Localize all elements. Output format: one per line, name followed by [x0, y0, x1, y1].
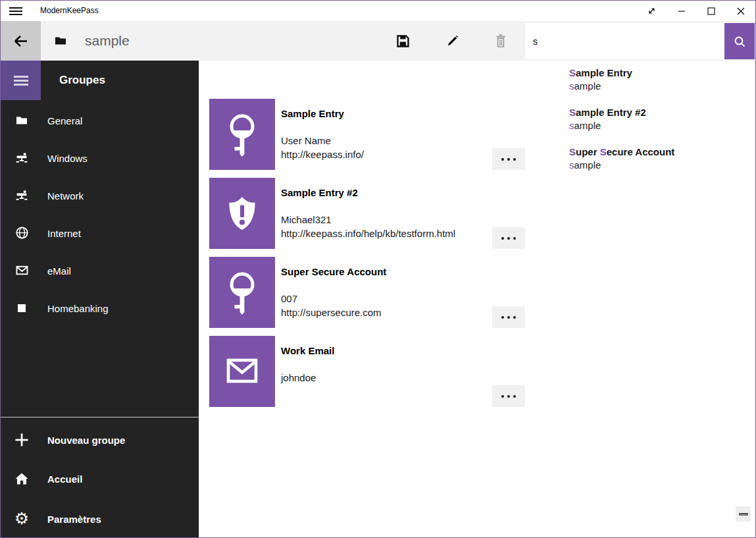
entry-more-button[interactable]	[492, 148, 525, 170]
search-input[interactable]	[525, 23, 724, 59]
entry-more-button[interactable]	[492, 306, 525, 328]
suggestion-item-sample-entry-2[interactable]: Sample Entry #2 sample	[569, 106, 646, 132]
delete-button[interactable]	[485, 25, 517, 57]
save-button[interactable]	[387, 25, 418, 57]
sidebar-item-label: Paramètres	[47, 513, 101, 524]
entry-tile	[209, 178, 275, 249]
entry-title: Work Email	[281, 345, 334, 356]
sidebar-item-label: eMail	[47, 265, 71, 276]
window-title: ModernKeePass	[40, 1, 99, 21]
search-suggestions: Sample Entry sample Sample Entry #2 samp…	[525, 61, 755, 186]
sidebar-item-label: General	[47, 115, 82, 126]
key-icon	[209, 99, 275, 170]
network-icon	[14, 188, 29, 203]
home-button[interactable]: Accueil	[1, 459, 199, 498]
hamburger-icon	[9, 7, 22, 9]
entry-title: Super Secure Account	[281, 266, 386, 277]
entry-url: http://keepass.info/	[281, 148, 364, 161]
entry-title: Sample Entry #2	[281, 187, 358, 198]
suggestion-item-super-secure-account[interactable]: Super Secure Account sample	[569, 146, 674, 172]
ellipsis-icon	[501, 158, 504, 161]
back-arrow-icon	[12, 32, 30, 50]
entry-row-work-email[interactable]: Work Email johndoe	[209, 336, 736, 407]
plus-icon	[14, 433, 29, 447]
hamburger-icon	[14, 80, 28, 82]
fullscreen-button[interactable]	[637, 1, 667, 21]
network-icon	[14, 151, 29, 165]
home-icon	[14, 471, 29, 486]
pencil-icon	[446, 34, 459, 47]
ellipsis-icon	[501, 395, 504, 398]
sidebar-item-label: Network	[47, 190, 84, 201]
minimize-icon	[678, 7, 686, 15]
entry-username: User Name	[281, 134, 364, 148]
envelope-icon	[14, 263, 29, 278]
ellipsis-icon	[501, 316, 504, 319]
hamburger-icon	[9, 14, 22, 15]
magnifier-icon	[733, 35, 746, 48]
minimize-button[interactable]	[667, 1, 696, 21]
sidebar-item-network[interactable]: Network	[1, 176, 199, 214]
titlebar: ModernKeePass	[1, 1, 755, 21]
sidebar-divider	[1, 417, 199, 417]
fullscreen-icon	[647, 7, 656, 15]
window-controls	[637, 1, 755, 21]
suggestion-title: Super Secure Account	[569, 146, 674, 158]
settings-button[interactable]: ⚙ Paramètres	[1, 499, 199, 538]
app-command-bar: sample	[1, 21, 755, 61]
edit-button[interactable]	[437, 25, 468, 57]
titlebar-menu-button[interactable]	[9, 1, 32, 21]
app-window: ModernKeePass	[0, 0, 756, 538]
key-icon	[209, 257, 275, 328]
groups-header: Groupes	[59, 61, 105, 100]
hamburger-icon	[9, 11, 22, 12]
sidebar: Groupes General Windows	[1, 61, 199, 538]
entry-tile	[209, 336, 275, 407]
maximize-button[interactable]	[696, 1, 726, 21]
sidebar-item-label: Accueil	[47, 473, 82, 484]
entry-tile	[209, 99, 275, 170]
back-button[interactable]	[1, 21, 41, 61]
suggestion-item-sample-entry[interactable]: Sample Entry sample	[569, 67, 632, 93]
sidebar-item-general[interactable]: General	[1, 101, 199, 139]
sidebar-item-label: Homebanking	[47, 302, 109, 313]
minus-icon	[739, 513, 748, 516]
sidebar-item-label: Windows	[47, 152, 88, 163]
search-box	[525, 23, 724, 59]
suggestion-title: Sample Entry	[569, 67, 632, 79]
gear-icon: ⚙	[14, 512, 29, 526]
sidebar-item-label: Nouveau groupe	[47, 434, 125, 445]
maximize-icon	[707, 7, 715, 15]
save-icon	[396, 34, 410, 48]
close-icon	[737, 7, 745, 15]
suggestion-subtitle: sample	[569, 79, 632, 93]
new-group-button[interactable]: Nouveau groupe	[1, 420, 199, 459]
sidebar-item-internet[interactable]: Internet	[1, 214, 199, 252]
globe-icon	[14, 226, 29, 240]
square-icon	[14, 301, 29, 315]
entry-row-super-secure-account[interactable]: Super Secure Account 007 http://supersec…	[209, 257, 736, 328]
suggestion-title: Sample Entry #2	[569, 106, 646, 119]
ellipsis-icon	[501, 237, 504, 240]
entry-username: 007	[281, 292, 382, 306]
envelope-icon	[209, 336, 275, 407]
zoom-out-button[interactable]	[736, 506, 751, 522]
folder-icon	[55, 36, 66, 45]
sidebar-menu-button[interactable]	[1, 61, 41, 100]
sidebar-item-windows[interactable]: Windows	[1, 139, 199, 176]
trash-icon	[494, 34, 507, 48]
entry-username: Michael321	[281, 213, 455, 227]
entry-url: http://keepass.info/help/kb/testform.htm…	[281, 227, 455, 240]
database-title: sample	[85, 21, 130, 61]
entry-row-sample-entry-2[interactable]: Sample Entry #2 Michael321 http://keepas…	[209, 178, 736, 249]
entry-tile	[209, 257, 275, 328]
sidebar-item-label: Internet	[47, 227, 81, 238]
hamburger-icon	[14, 76, 28, 78]
close-button[interactable]	[726, 1, 755, 21]
search-button[interactable]	[724, 23, 755, 59]
entry-more-button[interactable]	[492, 385, 525, 407]
entry-url: http://supersecure.com	[281, 306, 382, 319]
sidebar-item-email[interactable]: eMail	[1, 252, 199, 289]
sidebar-item-homebanking[interactable]: Homebanking	[1, 289, 199, 327]
entry-more-button[interactable]	[492, 227, 525, 249]
